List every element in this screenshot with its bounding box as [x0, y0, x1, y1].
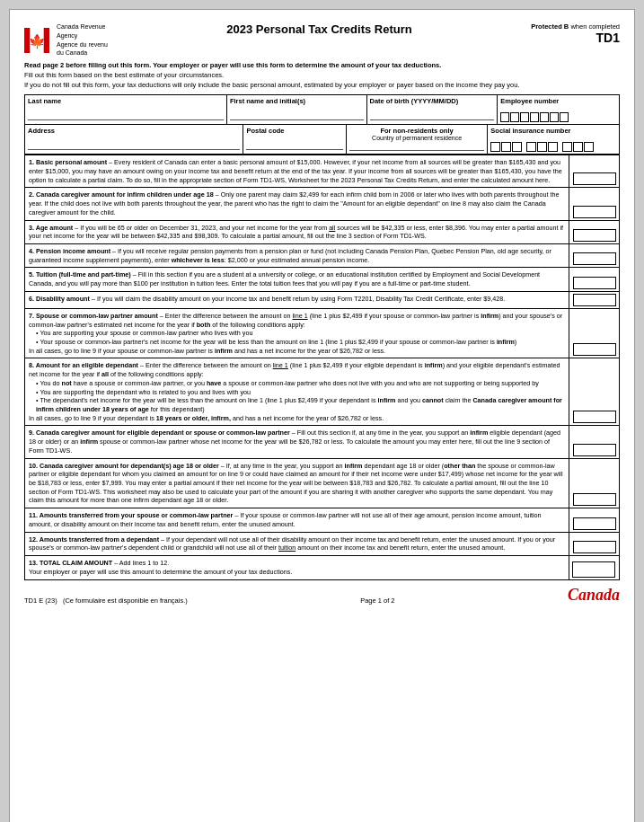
footer-french-note: (Ce formulaire est disponible en françai…	[63, 597, 188, 605]
section-9-amount	[569, 426, 619, 457]
address-field: Address	[25, 125, 243, 154]
section-4-text: 4. Pension income amount – If you will r…	[25, 244, 569, 267]
header: 🍁 Canada Revenue Agency Agence du revenu…	[24, 22, 620, 57]
address-label: Address	[28, 127, 240, 135]
section-8-text: 8. Amount for an eligible dependant – En…	[25, 358, 569, 425]
section-13-text: 13. TOTAL CLAIM AMOUNT – Add lines 1 to …	[25, 556, 569, 579]
address-row: Address Postal code For non-residents on…	[25, 125, 619, 154]
employee-number-field: Employee number	[498, 95, 619, 124]
page: 🍁 Canada Revenue Agency Agence du revenu…	[9, 9, 635, 822]
section-10-amount	[569, 459, 619, 508]
postal-input[interactable]	[246, 142, 342, 150]
section-12-amount	[569, 533, 619, 555]
section-4-box[interactable]	[573, 252, 616, 265]
section-1-num: 1. Basic personal amount	[29, 158, 107, 166]
firstname-field: First name and initial(s)	[227, 95, 367, 124]
postal-field: Postal code	[243, 125, 346, 154]
postal-label: Postal code	[246, 127, 342, 135]
sin-box-9[interactable]	[584, 142, 594, 152]
section-3-amount	[569, 221, 619, 243]
sin-box-6[interactable]	[548, 142, 558, 152]
agency-fr2: du Canada	[57, 49, 87, 56]
employee-number-label: Employee number	[500, 97, 616, 105]
dob-label: Date of birth (YYYY/MM/DD)	[370, 97, 495, 105]
footer-page: Page 1 of 2	[360, 597, 394, 605]
section-9-text: 9. Canada caregiver amount for eligible …	[25, 426, 569, 457]
emp-box-5[interactable]	[540, 112, 549, 122]
sin-box-7[interactable]	[562, 142, 572, 152]
agency-text: Canada Revenue Agency Agence du revenu d…	[57, 22, 108, 57]
section-9: 9. Canada caregiver amount for eligible …	[25, 425, 619, 457]
section-4-amount	[569, 244, 619, 267]
section-3: 3. Age amount – If you will be 65 or old…	[25, 220, 619, 243]
section-5: 5. Tuition (full-time and part-time) – F…	[25, 267, 619, 290]
section-10-box[interactable]	[573, 493, 616, 506]
top-fields: Last name First name and initial(s) Date…	[24, 94, 620, 155]
sin-box-5[interactable]	[537, 142, 547, 152]
sin-box-8[interactable]	[573, 142, 583, 152]
section-5-amount	[569, 268, 619, 290]
section-7-text: 7. Spouse or common-law partner amount –…	[25, 309, 569, 358]
read-instruction: Read page 2 before filling out this form…	[24, 61, 620, 69]
sin-field: Social insurance number	[488, 125, 619, 154]
canada-wordmark: Canada	[568, 586, 620, 605]
section-5-text: 5. Tuition (full-time and part-time) – F…	[25, 268, 569, 290]
fill-instruction: Fill out this form based on the best est…	[24, 71, 620, 79]
sin-box-2[interactable]	[501, 142, 511, 152]
section-12-box[interactable]	[573, 541, 616, 553]
sin-box-1[interactable]	[490, 142, 500, 152]
section-8-box[interactable]	[573, 411, 616, 423]
emp-box-7[interactable]	[560, 112, 569, 122]
emp-box-1[interactable]	[500, 112, 509, 122]
section-11: 11. Amounts transferred from your spouse…	[25, 508, 619, 531]
address-input[interactable]	[28, 142, 240, 150]
protected-area: Protected B when completed TD1	[531, 22, 620, 45]
section-1-box[interactable]	[573, 172, 616, 185]
firstname-input[interactable]	[230, 112, 364, 120]
emp-box-4[interactable]	[530, 112, 539, 122]
section-1-amount	[569, 155, 619, 187]
section-4: 4. Pension income amount – If you will r…	[25, 243, 619, 267]
section-2-amount	[569, 188, 619, 219]
emp-box-2[interactable]	[510, 112, 519, 122]
agency-en2: Agency	[57, 32, 77, 39]
section-7-amount	[569, 309, 619, 358]
section-6-amount	[569, 292, 619, 308]
svg-text:🍁: 🍁	[29, 32, 46, 49]
section-6-box[interactable]	[573, 294, 616, 306]
form-code: TD1	[531, 31, 620, 45]
section-11-box[interactable]	[573, 517, 616, 530]
section-6: 6. Disability amount – If you will claim…	[25, 291, 619, 308]
agency-fr: Agence du revenu	[57, 41, 108, 48]
emp-box-6[interactable]	[550, 112, 559, 122]
section-9-box[interactable]	[573, 444, 616, 456]
section-11-amount	[569, 508, 619, 531]
footer: TD1 E (23) (Ce formulaire est disponible…	[24, 586, 620, 605]
footer-form-code: TD1 E (23)	[24, 597, 57, 605]
nonresident-label: For non-residents only	[349, 127, 484, 135]
protected-sub: when completed	[570, 22, 620, 31]
section-5-box[interactable]	[573, 277, 616, 289]
lastname-input[interactable]	[28, 112, 224, 120]
section-13-box[interactable]	[572, 561, 615, 578]
footer-left: TD1 E (23) (Ce formulaire est disponible…	[24, 597, 188, 605]
section-2-box[interactable]	[573, 206, 616, 218]
warning-text: If you do not fill out this form, your t…	[24, 81, 620, 89]
emp-box-3[interactable]	[520, 112, 529, 122]
name-row: Last name First name and initial(s) Date…	[25, 95, 619, 125]
section-8: 8. Amount for an eligible dependant – En…	[25, 358, 619, 425]
sin-box-4[interactable]	[526, 142, 536, 152]
section-10: 10. Canada caregiver amount for dependan…	[25, 458, 619, 508]
dob-input[interactable]	[370, 112, 495, 120]
section-12: 12. Amounts transferred from a dependant…	[25, 532, 619, 555]
section-2: 2. Canada caregiver amount for infirm ch…	[25, 187, 619, 219]
section-12-text: 12. Amounts transferred from a dependant…	[25, 533, 569, 555]
section-3-box[interactable]	[573, 229, 616, 242]
section-6-text: 6. Disability amount – If you will claim…	[25, 292, 569, 308]
lastname-field: Last name	[25, 95, 227, 124]
nonresident-sub: Country of permanent residence	[349, 135, 484, 141]
nonresident-input[interactable]	[349, 143, 484, 151]
section-8-amount	[569, 358, 619, 425]
sin-box-3[interactable]	[512, 142, 522, 152]
section-7-box[interactable]	[573, 343, 616, 356]
